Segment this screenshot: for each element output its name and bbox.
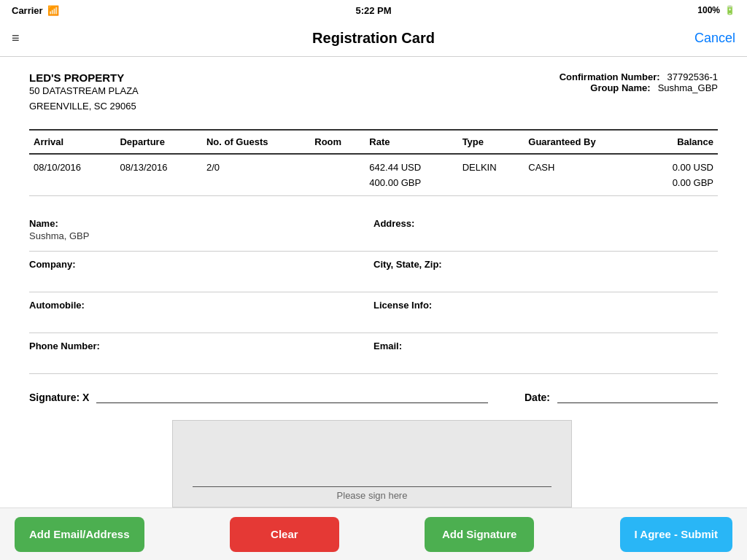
header-balance: Balance <box>641 130 718 154</box>
status-bar: Carrier 📶 5:22 PM 100% 🔋 <box>0 0 747 20</box>
add-signature-button[interactable]: Add Signature <box>425 517 534 552</box>
bottom-bar: Add Email/Address Clear Add Signature I … <box>0 508 747 560</box>
company-field: Company: <box>29 252 374 292</box>
company-label: Company: <box>29 259 374 270</box>
property-section: LED'S PROPERTY 50 DATASTREAM PLAZA GREEN… <box>29 71 718 114</box>
license-info-value <box>374 312 718 325</box>
confirmation-number-label: Confirmation Number: <box>560 71 660 82</box>
city-state-zip-label: City, State, Zip: <box>374 259 718 270</box>
name-value: Sushma, GBP <box>29 230 374 244</box>
status-right: 100% 🔋 <box>697 5 735 15</box>
header-rate: Rate <box>365 130 457 154</box>
wifi-icon: 📶 <box>47 5 59 16</box>
cell-rate: 642.44 USD 400.00 GBP <box>365 154 457 196</box>
name-field: Name: Sushma, GBP <box>29 211 374 252</box>
email-value <box>374 353 718 366</box>
cell-balance: 0.00 USD 0.00 GBP <box>641 154 718 196</box>
automobile-label: Automobile: <box>29 300 374 311</box>
battery-text: 100% <box>697 5 720 15</box>
header-type: Type <box>458 130 525 154</box>
carrier-text: Carrier <box>12 5 43 16</box>
confirmation-number-row: Confirmation Number: 37792536-1 <box>560 71 718 82</box>
property-address2: GREENVILLE, SC 29065 <box>29 99 139 114</box>
header-arrival: Arrival <box>29 130 115 154</box>
date-label: Date: <box>525 392 550 403</box>
property-info: LED'S PROPERTY 50 DATASTREAM PLAZA GREEN… <box>29 71 139 114</box>
address-field: Address: <box>374 211 718 252</box>
automobile-value <box>29 312 374 325</box>
automobile-field: Automobile: <box>29 292 374 333</box>
group-name-value: Sushma_GBP <box>658 82 718 93</box>
cell-guests: 2/0 <box>202 154 310 196</box>
group-name-label: Group Name: <box>590 82 650 93</box>
clear-button[interactable]: Clear <box>230 517 339 552</box>
date-line[interactable] <box>557 386 718 403</box>
license-info-label: License Info: <box>374 300 718 311</box>
cancel-button[interactable]: Cancel <box>694 31 735 46</box>
phone-number-label: Phone Number: <box>29 341 374 351</box>
address-label: Address: <box>374 218 718 229</box>
battery-icon: 🔋 <box>724 5 735 15</box>
sign-box[interactable]: Please sign here <box>172 420 572 508</box>
cell-type: DELKIN <box>458 154 525 196</box>
city-state-zip-field: City, State, Zip: <box>374 252 718 292</box>
header-departure: Departure <box>115 130 201 154</box>
nav-bar: ≡ Registration Card Cancel <box>0 20 747 57</box>
property-name: LED'S PROPERTY <box>29 71 139 84</box>
signature-section: Signature: X Date: <box>29 386 718 403</box>
city-state-zip-value <box>374 271 718 284</box>
confirmation-number-value: 37792536-1 <box>667 71 718 82</box>
cell-arrival: 08/10/2016 <box>29 154 115 196</box>
balance-gbp: 0.00 GBP <box>646 177 713 188</box>
balance-usd: 0.00 USD <box>646 162 713 173</box>
company-value <box>29 271 374 284</box>
group-name-row: Group Name: Sushma_GBP <box>560 82 718 93</box>
status-time: 5:22 PM <box>355 5 391 16</box>
phone-number-field: Phone Number: <box>29 333 374 374</box>
page-title: Registration Card <box>312 30 435 47</box>
i-agree-submit-button[interactable]: I Agree - Submit <box>620 517 732 552</box>
cell-guaranteed-by: CASH <box>524 154 641 196</box>
license-info-field: License Info: <box>374 292 718 333</box>
email-label: Email: <box>374 341 718 351</box>
status-left: Carrier 📶 <box>12 5 59 16</box>
form-grid: Name: Sushma, GBP Address: Company: City… <box>29 211 718 374</box>
rate-usd: 642.44 USD <box>369 162 453 173</box>
table-row: 08/10/2016 08/13/2016 2/0 642.44 USD 400… <box>29 154 718 196</box>
header-no-of-guests: No. of Guests <box>202 130 310 154</box>
email-field: Email: <box>374 333 718 374</box>
cell-room <box>310 154 365 196</box>
cell-departure: 08/13/2016 <box>115 154 201 196</box>
header-room: Room <box>310 130 365 154</box>
sign-inner-line <box>193 486 551 487</box>
property-address1: 50 DATASTREAM PLAZA <box>29 84 139 99</box>
header-guaranteed-by: Guaranteed By <box>524 130 641 154</box>
confirmation-block: Confirmation Number: 37792536-1 Group Na… <box>560 71 718 114</box>
signature-line[interactable] <box>96 386 488 403</box>
rate-gbp: 400.00 GBP <box>369 177 453 188</box>
add-email-address-button[interactable]: Add Email/Address <box>15 517 144 552</box>
phone-number-value <box>29 353 374 366</box>
hamburger-icon[interactable]: ≡ <box>12 31 20 46</box>
sign-placeholder: Please sign here <box>337 490 408 501</box>
signature-label: Signature: X <box>29 392 89 403</box>
name-label: Name: <box>29 218 374 229</box>
address-value <box>374 230 718 244</box>
reservation-table: Arrival Departure No. of Guests Room Rat… <box>29 129 718 196</box>
